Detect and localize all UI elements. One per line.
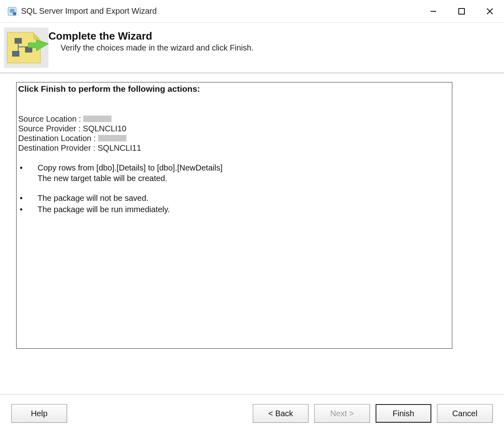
dest-provider-label: Destination Provider : xyxy=(18,143,95,152)
window-title: SQL Server Import and Export Wizard xyxy=(21,6,419,16)
source-location-label: Source Location : xyxy=(18,114,81,123)
source-provider-value: SQLNCLI10 xyxy=(83,124,126,133)
cancel-button[interactable]: Cancel xyxy=(437,404,493,423)
source-provider-label: Source Provider : xyxy=(18,124,81,133)
list-item: Copy rows from [dbo].[Details] to [dbo].… xyxy=(19,162,450,173)
page-subtitle: Verify the choices made in the wizard an… xyxy=(61,43,254,53)
summary-heading: Click Finish to perform the following ac… xyxy=(18,84,450,94)
close-button[interactable] xyxy=(476,0,504,22)
list-sub-text: The new target table will be created. xyxy=(19,174,450,183)
next-button: Next > xyxy=(314,404,370,423)
footer: Help < Back Next > Finish Cancel xyxy=(0,394,504,434)
dest-location-value-redacted xyxy=(98,135,126,141)
help-button[interactable]: Help xyxy=(11,404,67,423)
dest-provider-value: SQLNCLI11 xyxy=(98,143,141,152)
svg-rect-4 xyxy=(459,8,464,14)
maximize-button[interactable] xyxy=(447,0,476,22)
dest-location-label: Destination Location : xyxy=(18,134,96,143)
source-location-line: Source Location : xyxy=(18,114,450,124)
list-item: The package will be run immediately. xyxy=(19,204,450,215)
list-item: The package will not be saved. xyxy=(19,193,450,203)
svg-rect-12 xyxy=(12,51,19,57)
source-provider-line: Source Provider : SQLNCLI10 xyxy=(18,124,450,133)
app-icon xyxy=(7,6,17,16)
wizard-icon xyxy=(4,27,48,68)
titlebar: SQL Server Import and Export Wizard xyxy=(0,0,504,23)
dest-location-line: Destination Location : xyxy=(18,133,450,143)
list-item-text: Copy rows from [dbo].[Details] to [dbo].… xyxy=(38,163,223,172)
svg-point-2 xyxy=(13,12,16,15)
dest-provider-line: Destination Provider : SQLNCLI11 xyxy=(18,143,450,153)
minimize-button[interactable] xyxy=(419,0,447,22)
list-item-text: The package will be run immediately. xyxy=(38,205,170,214)
back-button[interactable]: < Back xyxy=(253,404,309,423)
svg-rect-10 xyxy=(15,38,22,44)
source-location-value-redacted xyxy=(83,116,111,122)
action-list: Copy rows from [dbo].[Details] to [dbo].… xyxy=(18,162,450,215)
finish-button[interactable]: Finish xyxy=(376,404,431,423)
window-controls xyxy=(419,0,504,22)
summary-box: Click Finish to perform the following ac… xyxy=(16,82,452,349)
wizard-header: Complete the Wizard Verify the choices m… xyxy=(0,23,504,73)
list-item-text: The package will not be saved. xyxy=(38,194,149,202)
content-area: Click Finish to perform the following ac… xyxy=(0,73,504,394)
page-title: Complete the Wizard xyxy=(48,30,254,42)
